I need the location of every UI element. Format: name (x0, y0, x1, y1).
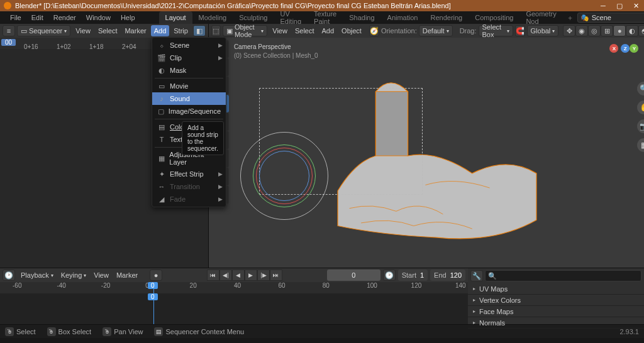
workspace-tab-uv editing[interactable]: UV Editing (274, 11, 308, 24)
seq-menu-view[interactable]: View (72, 25, 94, 36)
vp-menu-view[interactable]: View (269, 25, 291, 36)
timeline-ruler[interactable]: -60-40-20020406080100120140 (0, 282, 468, 293)
perspective-toggle[interactable]: ▦ (637, 138, 644, 152)
axis-x-icon[interactable]: X (609, 44, 618, 53)
add-menu-clip[interactable]: 🎬 Clip ▶ (152, 52, 226, 64)
chevron-right-icon: ▶ (218, 183, 223, 190)
orientation-dropdown[interactable]: Default▾ (419, 25, 453, 36)
tl-menu-marker[interactable]: Marker (113, 270, 141, 281)
overlay-toggle[interactable]: ◉ (575, 25, 588, 36)
menu-file[interactable]: File (5, 13, 26, 23)
workspace-tab-sculpting[interactable]: Sculpting (233, 11, 274, 24)
axis-z-icon[interactable]: Z (621, 44, 630, 53)
window-close-button[interactable]: ✕ (628, 0, 644, 11)
seq-menu-strip[interactable]: Strip (170, 25, 191, 36)
jump-next-key-button[interactable]: |▶ (257, 270, 270, 281)
orientation-icon-button[interactable]: 🧭 (369, 25, 379, 36)
axis-gizmo[interactable]: Z X Y (609, 44, 641, 75)
editor-type-button[interactable]: 🔧 (470, 270, 483, 281)
axis-y-icon[interactable]: Y (630, 44, 638, 53)
seq-menu-marker[interactable]: Marker (121, 25, 149, 36)
rotate-gizmo-z[interactable] (259, 151, 309, 201)
color-icon: ▤ (157, 122, 166, 131)
jump-end-button[interactable]: ⏭ (270, 270, 282, 281)
add-menu-sound[interactable]: ♪ Sound (152, 92, 226, 105)
rotate-gizmo-x[interactable] (256, 148, 313, 204)
pan-button[interactable]: ✋ (637, 101, 644, 114)
shading-solid[interactable]: ● (613, 25, 626, 36)
add-menu-fade: ◢ Fade ▶ (152, 193, 226, 205)
add-workspace-button[interactable]: ＋ (563, 13, 577, 23)
window-minimize-button[interactable]: ─ (595, 0, 611, 11)
add-menu-effect-strip[interactable]: ✦ Effect Strip ▶ (152, 168, 226, 180)
vp-menu-select[interactable]: Select (292, 25, 318, 36)
timeline-body[interactable] (0, 293, 468, 324)
panel-face maps[interactable]: ▸ Face Maps (468, 306, 644, 317)
menu-edit[interactable]: Edit (26, 13, 48, 23)
seq-menu-select[interactable]: Select (95, 25, 121, 36)
preview-range-button[interactable]: 🕑 (383, 270, 396, 281)
add-menu-scene[interactable]: ⬦ Scene ▶ (152, 39, 226, 52)
snap-toggle[interactable]: 🧲 (515, 25, 525, 36)
workspace-tab-geometry nod[interactable]: Geometry Nod (519, 11, 562, 24)
workspace-tab-modeling[interactable]: Modeling (192, 11, 233, 24)
menu-help[interactable]: Help (116, 13, 140, 23)
window-maximize-button[interactable]: ▢ (611, 0, 628, 11)
workspace-tab-rendering[interactable]: Rendering (424, 11, 469, 24)
editor-type-button[interactable]: ⬚ (211, 25, 221, 36)
scene-input[interactable] (592, 14, 644, 21)
seq-menu-add[interactable]: Add (151, 25, 170, 36)
panel-vertex colors[interactable]: ▸ Vertex Colors (468, 295, 644, 306)
auto-keying-button[interactable]: ● (150, 270, 162, 281)
vp-menu-object[interactable]: Object (338, 25, 365, 36)
shading-rendered[interactable]: ◓ (638, 25, 644, 36)
add-menu-image-sequence[interactable]: ▢ Image/Sequence (152, 105, 226, 117)
interaction-mode[interactable]: ▣ Object Mode ▾ (223, 25, 267, 36)
properties-search-input-2[interactable] (485, 270, 641, 281)
play-reverse-button[interactable]: ◀ (232, 270, 245, 281)
drag-dropdown[interactable]: Select Box▾ (479, 25, 513, 36)
rotate-gizmo-y[interactable] (253, 144, 316, 207)
scene-icon: ⬦ (157, 41, 166, 50)
workspace-tab-animation[interactable]: Animation (381, 11, 425, 24)
tl-menu-keying[interactable]: Keying ▾ (58, 270, 90, 281)
play-button[interactable]: ▶ (245, 270, 257, 281)
xray-toggle[interactable]: ◎ (588, 25, 601, 36)
viewport-side-controls: 🔍 ✋ 📷 ▦ (637, 82, 644, 152)
snap-scope[interactable]: Global▾ (527, 25, 559, 36)
shading-material[interactable]: ◐ (626, 25, 638, 36)
viewport-canvas[interactable]: Camera Perspective (0) Scene Collection … (209, 38, 644, 268)
sequencer-overlay-button[interactable]: ◧ (193, 25, 206, 36)
editor-type-button[interactable]: 🕑 (3, 270, 15, 281)
panel-uv maps[interactable]: ▸ UV Maps (468, 283, 644, 295)
jump-start-button[interactable]: ⏮ (207, 270, 219, 281)
workspace-tab-compositing[interactable]: Compositing (469, 11, 519, 24)
menu-render[interactable]: Render (48, 13, 81, 23)
rotate-gizmo-outer[interactable] (240, 132, 328, 220)
timeline-playhead[interactable] (153, 293, 154, 324)
frame-range-start[interactable]: Start 1 (398, 270, 428, 281)
sequencer-display-mode[interactable]: ▭ Sequencer ▾ (17, 25, 70, 36)
status-hint-select: 🖱Select (5, 327, 36, 336)
workspace-tab-layout[interactable]: Layout (159, 11, 192, 24)
editor-type-button[interactable]: ≡ (3, 25, 15, 36)
zoom-button[interactable]: 🔍 (637, 82, 644, 95)
workspace-tab-shading[interactable]: Shading (343, 11, 380, 24)
effect-strip-icon: ✦ (157, 170, 166, 178)
menu-window[interactable]: Window (81, 13, 116, 23)
tl-menu-view[interactable]: View (91, 270, 112, 281)
panel-normals[interactable]: ▸ Normals (468, 317, 644, 329)
tl-menu-playback[interactable]: Playback ▾ (18, 270, 57, 281)
shading-wireframe[interactable]: ⊞ (601, 25, 613, 36)
scene-selector[interactable]: 🎭 ▾ ✛ ✕ (577, 13, 644, 23)
camera-view-button[interactable]: 📷 (637, 119, 644, 133)
current-frame-field[interactable]: 0 (327, 270, 380, 281)
add-menu-movie[interactable]: ▭ Movie (152, 80, 226, 92)
vp-menu-add[interactable]: Add (319, 25, 338, 36)
gizmo-toggle[interactable]: ✥ (563, 25, 575, 36)
add-menu-mask[interactable]: ◐ Mask (152, 64, 226, 77)
frame-range-end[interactable]: End 120 (430, 270, 465, 281)
jump-prev-key-button[interactable]: ◀| (219, 270, 232, 281)
workspace-tab-texture paint[interactable]: Texture Paint (308, 11, 343, 24)
tl-ruler-playhead[interactable] (153, 282, 154, 293)
